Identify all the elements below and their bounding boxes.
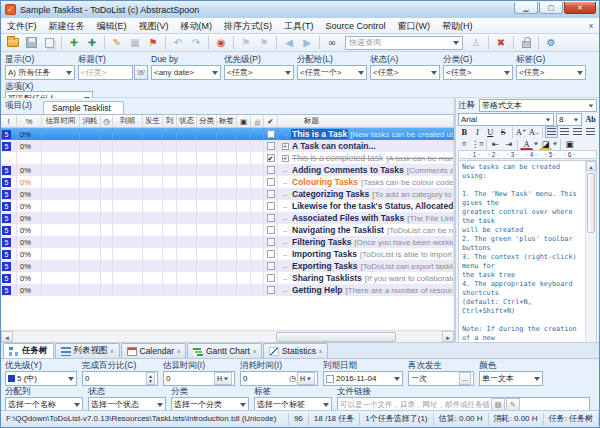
menu-item-h[interactable]: 帮助(H) bbox=[436, 18, 479, 34]
task-row[interactable]: 50%–Categorizing Tasks [To add an catego… bbox=[1, 188, 454, 200]
task-title-cell[interactable]: –Associated Files with Tasks [The File L… bbox=[278, 212, 454, 224]
copy-icon[interactable] bbox=[41, 35, 57, 50]
view-tab-任务树[interactable]: 任务树 bbox=[3, 343, 54, 358]
column-header-标签[interactable]: 标签 bbox=[217, 115, 237, 127]
find-tasks-icon[interactable]: ∞ bbox=[324, 35, 340, 50]
indent-button[interactable]: ⇥ bbox=[502, 138, 515, 150]
horizontal-scrollbar[interactable]: ◂ ▸ bbox=[1, 330, 454, 342]
menu-item-f[interactable]: 文件(F) bbox=[1, 18, 43, 34]
menu-item-[interactable]: 新建任务 bbox=[43, 18, 91, 34]
column-header-到期[interactable]: 到期 bbox=[113, 115, 143, 127]
filter-combo[interactable]: <任意> bbox=[516, 65, 586, 80]
task-row[interactable]: 50%+A Task can contain... bbox=[1, 140, 454, 152]
font-family-combo[interactable]: Arial bbox=[458, 113, 554, 126]
maximize-button[interactable]: ▢ bbox=[539, 2, 563, 14]
track-time-icon[interactable]: ◉ bbox=[213, 35, 229, 50]
close-tab-icon[interactable]: x bbox=[319, 348, 322, 354]
column-header-状态[interactable]: 状态 bbox=[177, 115, 197, 127]
menu-item-s[interactable]: 排序方式(S) bbox=[218, 18, 278, 34]
font-dialog-button[interactable]: Ab bbox=[584, 114, 597, 126]
task-row[interactable]: 50%–Adding Comments to Tasks [Comments a… bbox=[1, 164, 454, 176]
title-filter-input[interactable]: <任意> bbox=[78, 65, 133, 80]
edit-field-control[interactable]: 单一文本 bbox=[479, 371, 543, 386]
flag-icon[interactable]: ⚑ bbox=[145, 35, 161, 50]
close-button[interactable]: ✕ bbox=[564, 2, 596, 14]
numbered-list-button[interactable]: ⋮≡ bbox=[471, 138, 484, 150]
date-enable-checkbox[interactable] bbox=[326, 375, 334, 383]
task-checkbox[interactable] bbox=[267, 190, 275, 198]
highlight-color-button[interactable]: ◪ bbox=[539, 138, 552, 150]
undo-icon[interactable]: ↶ bbox=[170, 35, 186, 50]
edit-field-control[interactable]: 5 (中) bbox=[5, 371, 77, 386]
column-header-标题[interactable]: 标题 bbox=[278, 115, 454, 127]
view-tab-statistics[interactable]: Statisticsx bbox=[263, 343, 328, 358]
save-icon[interactable] bbox=[23, 35, 39, 50]
close-tab-icon[interactable]: x bbox=[177, 348, 180, 354]
task-title-cell[interactable]: –Importing Tasks [ToDoList is able to im… bbox=[278, 248, 454, 260]
align-right-button[interactable] bbox=[571, 126, 584, 138]
insert-object-button[interactable]: ▣ bbox=[563, 138, 576, 150]
task-checkbox[interactable] bbox=[267, 226, 275, 234]
task-row[interactable]: 50%–Navigating the Tasklist [ToDoList ca… bbox=[1, 224, 454, 236]
task-title-cell[interactable]: –Filtering Tasks [Once you have been wor… bbox=[278, 236, 454, 248]
comments-format-combo[interactable]: 带格式文本 bbox=[479, 99, 597, 112]
filter-combo[interactable]: <any date> bbox=[151, 65, 221, 80]
task-row[interactable]: 50%–Sharing Tasklists [If you want to co… bbox=[1, 272, 454, 284]
task-checkbox[interactable] bbox=[267, 250, 275, 258]
font-color-button[interactable]: A bbox=[520, 138, 533, 150]
time-unit-button[interactable]: H bbox=[297, 372, 315, 385]
column-header-%[interactable]: % bbox=[17, 115, 42, 127]
menu-item-sourcecontrol[interactable]: Source Control bbox=[320, 18, 392, 34]
next-flag-icon[interactable]: ⚑ bbox=[256, 35, 272, 50]
menu-item-w[interactable]: 窗口(W) bbox=[392, 18, 437, 34]
edit-field-control[interactable]: 2016-11-04 bbox=[323, 371, 403, 386]
shrink-font-button[interactable]: A₋ bbox=[528, 126, 541, 138]
close-tab-icon[interactable]: x bbox=[111, 348, 114, 354]
task-title-cell[interactable]: –Colouring Tasks [Tasks can be colour co… bbox=[278, 176, 454, 188]
column-header-消耗[interactable]: 消耗 bbox=[80, 115, 101, 127]
task-row[interactable]: 50%–This is a Task [New tasks can be cre… bbox=[1, 128, 454, 140]
task-row[interactable]: 50%–Associated Files with Tasks [The Fil… bbox=[1, 212, 454, 224]
task-checkbox[interactable] bbox=[267, 214, 275, 222]
menu-close-icon[interactable]: x bbox=[583, 21, 599, 30]
prev-flag-icon[interactable]: ⚑ bbox=[238, 35, 254, 50]
view-tab-列表视图[interactable]: 列表视图x bbox=[55, 343, 120, 358]
task-title-cell[interactable]: +This is a completed task [A task can be… bbox=[278, 152, 454, 164]
align-center-button[interactable] bbox=[558, 126, 571, 138]
strikethrough-button[interactable]: S bbox=[497, 126, 510, 138]
filter-combo[interactable]: <任意一个> bbox=[297, 65, 367, 80]
task-title-cell[interactable]: –Adding Comments to Tasks [Comments are … bbox=[278, 164, 454, 176]
filter-combo[interactable]: <任意> bbox=[224, 65, 294, 80]
task-checkbox[interactable] bbox=[267, 274, 275, 282]
filter-combo[interactable]: A) 所有任务 bbox=[5, 65, 75, 80]
edit-field-control[interactable]: 0◷H bbox=[240, 371, 318, 386]
column-header-lock-column-icon[interactable] bbox=[251, 115, 264, 127]
chevron-down-icon[interactable] bbox=[534, 143, 538, 146]
task-row[interactable]: 50%–Filtering Tasks [Once you have been … bbox=[1, 236, 454, 248]
underline-button[interactable]: U bbox=[484, 126, 497, 138]
task-row[interactable]: 50%–Colouring Tasks [Tasks can be colour… bbox=[1, 176, 454, 188]
grow-font-button[interactable]: A⁺ bbox=[515, 126, 528, 138]
clock-icon[interactable]: ◷ bbox=[289, 374, 296, 383]
task-title-cell[interactable]: –Likewise for the task's Status, Allocat… bbox=[278, 200, 454, 212]
new-subtask-icon[interactable]: ✚ bbox=[84, 35, 100, 50]
task-checkbox[interactable] bbox=[267, 178, 275, 186]
task-title-cell[interactable]: –Navigating the Tasklist [ToDoList can b… bbox=[278, 224, 454, 236]
forward-icon[interactable]: ▶ bbox=[299, 35, 315, 50]
edit-field-control[interactable]: 0H bbox=[163, 371, 235, 386]
menu-item-e[interactable]: 编辑(E) bbox=[91, 18, 133, 34]
bullet-list-button[interactable]: ≡ bbox=[458, 138, 471, 150]
view-tab-calendar[interactable]: Calendarx bbox=[121, 343, 187, 358]
align-justify-button[interactable] bbox=[584, 126, 597, 138]
lock-icon[interactable] bbox=[518, 35, 534, 50]
menu-item-v[interactable]: 视图(V) bbox=[133, 18, 175, 34]
column-header-clock-icon[interactable]: ◷ bbox=[101, 115, 113, 127]
font-size-combo[interactable]: 8 bbox=[556, 113, 582, 126]
scroll-left-icon[interactable]: ◂ bbox=[1, 331, 13, 342]
column-header-![interactable]: ! bbox=[1, 115, 17, 127]
edit-field-control[interactable]: 0▲▼ bbox=[82, 371, 158, 386]
chevron-down-icon[interactable] bbox=[553, 143, 557, 146]
task-row[interactable]: 50%–Likewise for the task's Status, Allo… bbox=[1, 200, 454, 212]
spinner-icon[interactable]: ▲▼ bbox=[146, 372, 155, 385]
edit-field-control[interactable]: 一次... bbox=[408, 371, 474, 386]
